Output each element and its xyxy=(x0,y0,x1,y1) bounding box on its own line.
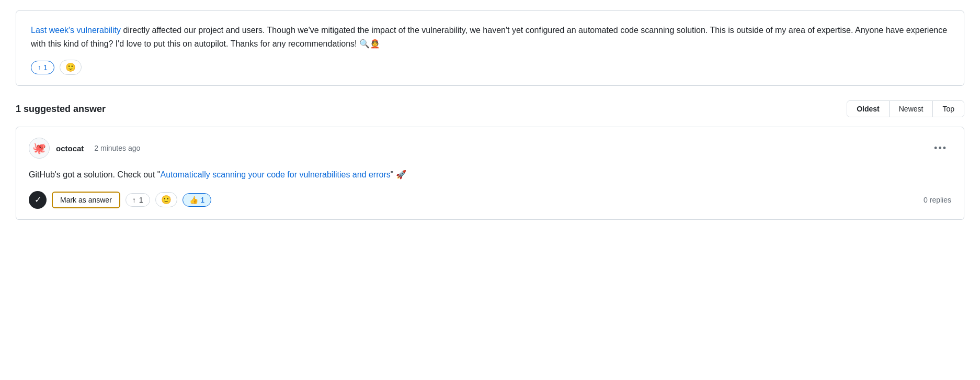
section-header: 1 suggested answer Oldest Newest Top xyxy=(16,100,964,117)
answer-actions: ✓ Mark as answer ↑ 1 🙂 👍 1 xyxy=(29,191,211,209)
answer-body-suffix: " 🚀 xyxy=(391,170,406,179)
answer-smiley-icon: 🙂 xyxy=(161,195,172,205)
post-upvote-count: 1 xyxy=(43,63,48,72)
sort-buttons: Oldest Newest Top xyxy=(847,100,964,117)
answer-emoji-reaction-button[interactable]: 🙂 xyxy=(155,192,177,207)
answer-link[interactable]: Automatically scanning your code for vul… xyxy=(161,170,391,179)
answer-timestamp: 2 minutes ago xyxy=(94,144,140,152)
post-body-text: directly affected our project and users.… xyxy=(31,26,947,48)
section-title: 1 suggested answer xyxy=(16,104,106,115)
post-upvote-button[interactable]: ↑ 1 xyxy=(31,61,54,74)
answer-card: 🐙 octocat 2 minutes ago ••• GitHub's got… xyxy=(16,127,964,220)
upvote-arrow-icon: ↑ xyxy=(38,64,41,71)
vulnerability-link[interactable]: Last week's vulnerability xyxy=(31,26,121,35)
avatar: 🐙 xyxy=(29,138,50,159)
thumbs-up-icon: 👍 xyxy=(189,196,198,204)
answer-upvote-button[interactable]: ↑ 1 xyxy=(126,193,150,207)
checkmark-button[interactable]: ✓ xyxy=(29,191,47,209)
more-options-button[interactable]: ••• xyxy=(930,141,951,156)
answer-upvote-arrow-icon: ↑ xyxy=(132,196,136,204)
sort-oldest-button[interactable]: Oldest xyxy=(847,101,890,117)
thumbs-up-reaction-button[interactable]: 👍 1 xyxy=(183,193,212,207)
post-reactions-row: ↑ 1 🙂 xyxy=(31,60,949,75)
post-body: Last week's vulnerability directly affec… xyxy=(31,24,949,50)
answer-upvote-count: 1 xyxy=(139,196,143,204)
answer-header: 🐙 octocat 2 minutes ago ••• xyxy=(29,138,951,159)
post-card: Last week's vulnerability directly affec… xyxy=(16,10,964,86)
author-name: octocat xyxy=(56,144,84,153)
sort-top-button[interactable]: Top xyxy=(933,101,964,117)
post-emoji-reaction-button[interactable]: 🙂 xyxy=(60,60,82,75)
answer-body: GitHub's got a solution. Check out "Auto… xyxy=(29,168,951,182)
page-wrapper: Last week's vulnerability directly affec… xyxy=(0,0,980,230)
answer-author: 🐙 octocat 2 minutes ago xyxy=(29,138,140,159)
mark-as-answer-button[interactable]: Mark as answer xyxy=(52,192,120,208)
answer-footer: ✓ Mark as answer ↑ 1 🙂 👍 1 0 replies xyxy=(29,191,951,209)
answer-body-prefix: GitHub's got a solution. Check out " xyxy=(29,170,161,179)
thumbs-up-count: 1 xyxy=(201,196,205,204)
replies-count: 0 replies xyxy=(924,196,951,204)
smiley-icon: 🙂 xyxy=(65,62,76,72)
sort-newest-button[interactable]: Newest xyxy=(890,101,933,117)
svg-text:🐙: 🐙 xyxy=(32,142,47,155)
checkmark-icon: ✓ xyxy=(35,195,41,205)
